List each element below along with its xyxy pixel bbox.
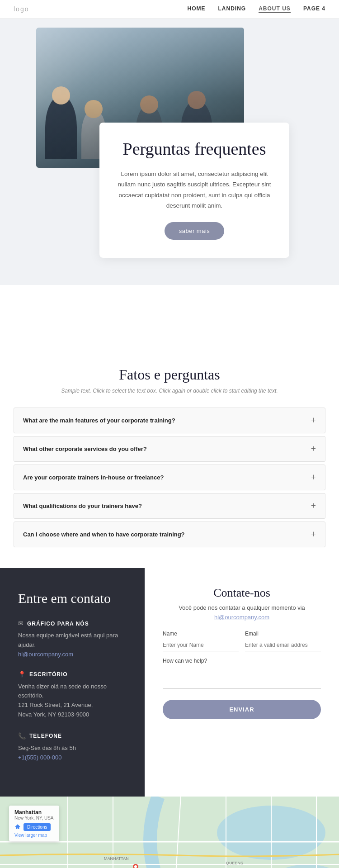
hero-body: Lorem ipsum dolor sit amet, consectetur … [118,169,271,212]
contact-email-link[interactable]: hi@ourcompany.com [18,651,73,658]
contact-right: Contate-nos Você pode nos contatar a qua… [145,568,339,797]
contact-item-office: 📍 ESCRITÓRIO Venha dizer olá na sede do … [18,671,127,720]
faq-item-2[interactable]: What other corporate services do you off… [14,436,325,462]
faq-item-1[interactable]: What are the main features of your corpo… [14,408,325,433]
faq-expand-icon-1: + [311,415,316,426]
contact-email-title: GRÁFICO PARA NÓS [27,621,89,627]
contact-email-text: Nossa equipe amigável está aqui para aju… [18,631,127,650]
name-label: Name [163,631,239,637]
view-larger-map-link[interactable]: View larger map [14,833,54,838]
contact-form-title: Contate-nos [163,586,321,600]
faq-subtitle: Sample text. Click to select the text bo… [14,388,325,394]
faq-question-5: Can I choose where and when to have corp… [23,531,185,538]
faq-expand-icon-4: + [311,501,316,511]
saber-mais-button[interactable]: saber mais [165,222,225,240]
faq-expand-icon-2: + [311,444,316,454]
form-email-field: Email [245,631,321,651]
faq-item-3[interactable]: Are your corporate trainers in-house or … [14,465,325,490]
faq-section: Fatos e perguntas Sample text. Click to … [0,339,339,568]
contact-item-phone: 📞 TELEFONE Seg-Sex das 8h às 5h +1(555) … [18,732,127,761]
hero-section: Perguntas frequentes Lorem ipsum dolor s… [0,19,339,285]
svg-text:QUEENS: QUEENS [226,861,243,865]
contact-left-title: Entre em contato [18,591,127,606]
nav-link-about[interactable]: ABOUT US [259,5,291,13]
person-1 [45,95,77,159]
directions-button[interactable]: Directions [24,823,51,831]
contact-office-title: ESCRITÓRIO [29,671,68,678]
contact-phone-title: TELEFONE [29,733,62,739]
navbar: logo HOME LANDING ABOUT US PAGE 4 [0,0,339,19]
phone-icon: 📞 [18,732,26,740]
faq-question-4: What qualifications do your trainers hav… [23,503,142,509]
help-textarea[interactable] [163,666,321,689]
name-input[interactable] [163,639,239,651]
submit-button[interactable]: ENVIAR [163,700,321,719]
faq-item-5[interactable]: Can I choose where and when to have corp… [14,522,325,547]
map-location-text: New York, NY, USA [14,816,54,821]
nav-link-page4[interactable]: PAGE 4 [303,5,325,13]
contact-office-text: Venha dizer olá na sede do nosso escritó… [18,682,127,720]
email-label: Email [245,631,321,637]
contact-section: Entre em contato ✉ GRÁFICO PARA NÓS Noss… [0,568,339,797]
svg-point-21 [134,865,137,868]
faq-question-3: Are your corporate trainers in-house or … [23,474,164,481]
help-label: How can we help? [163,658,321,664]
form-name-field: Name [163,631,239,651]
directions-icon [14,824,21,830]
email-icon: ✉ [18,620,24,627]
nav-logo: logo [14,5,29,13]
faq-expand-icon-5: + [311,529,316,540]
faq-item-4[interactable]: What qualifications do your trainers hav… [14,493,325,519]
form-name-email-row: Name Email [163,631,321,651]
hero-title: Perguntas frequentes [118,139,271,160]
email-input[interactable] [245,639,321,651]
nav-link-landing[interactable]: LANDING [218,5,246,13]
contact-left: Entre em contato ✉ GRÁFICO PARA NÓS Noss… [0,568,145,797]
faq-question-2: What other corporate services do you off… [23,446,147,452]
map-place-name: Manhattan [14,809,54,816]
faq-expand-icon-3: + [311,472,316,483]
hero-card: Perguntas frequentes Lorem ipsum dolor s… [99,123,289,258]
contact-form-email[interactable]: hi@ourcompany.com [163,614,321,621]
form-help-field: How can we help? [163,658,321,700]
faq-title: Fatos e perguntas [14,366,325,383]
contact-phone-link[interactable]: +1(555) 000-000 [18,754,62,761]
map-info-box: Manhattan New York, NY, USA Directions V… [9,806,59,841]
location-icon: 📍 [18,671,26,678]
map-background: New York BROOKLYN QUEENS MANHATTAN Newar… [0,797,339,868]
nav-links: HOME LANDING ABOUT US PAGE 4 [188,5,325,13]
contact-item-email: ✉ GRÁFICO PARA NÓS Nossa equipe amigável… [18,620,127,658]
contact-form-subtitle: Você pode nos contatar a qualquer moment… [163,604,321,611]
faq-list: What are the main features of your corpo… [14,408,325,547]
map-section: New York BROOKLYN QUEENS MANHATTAN Newar… [0,797,339,868]
nav-link-home[interactable]: HOME [188,5,206,13]
svg-text:MANHATTAN: MANHATTAN [104,856,129,861]
faq-question-1: What are the main features of your corpo… [23,417,175,424]
contact-phone-text: Seg-Sex das 8h às 5h [18,744,127,753]
map-directions-row: Directions [14,823,54,831]
